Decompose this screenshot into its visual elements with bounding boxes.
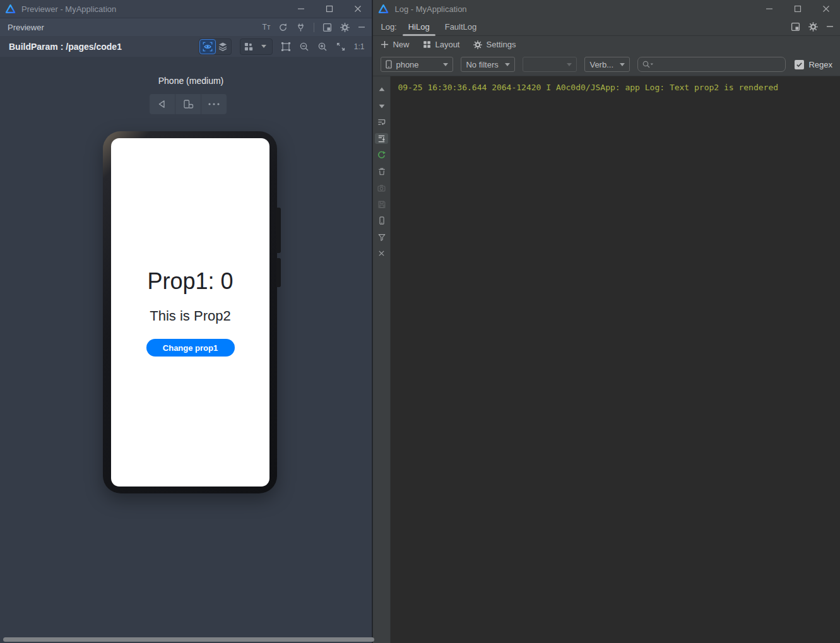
- regex-toggle[interactable]: Regex: [795, 60, 832, 69]
- zoom-in-icon[interactable]: [317, 42, 328, 52]
- layout-button[interactable]: Layout: [423, 40, 459, 49]
- minimize-button[interactable]: [755, 0, 783, 18]
- device-icon: [377, 216, 386, 225]
- selection-frame-icon[interactable]: [281, 42, 291, 52]
- maximize-icon: [326, 5, 333, 13]
- panel-layout-icon[interactable]: [791, 22, 800, 32]
- close-button[interactable]: [812, 0, 840, 18]
- refresh-icon[interactable]: [278, 23, 288, 32]
- trash-icon: [377, 167, 386, 176]
- rotate-device-button[interactable]: [175, 94, 201, 114]
- rotate-device-icon: [182, 99, 194, 109]
- deveco-logo-icon: [378, 4, 389, 15]
- zoom-ratio-button[interactable]: 1:1: [354, 42, 365, 51]
- ellipsis-icon: [208, 103, 220, 105]
- tab-faultlog[interactable]: FaultLog: [445, 22, 477, 32]
- close-icon: [377, 249, 386, 257]
- soft-wrap-icon: [377, 117, 386, 127]
- close-icon: [354, 5, 362, 13]
- search-icon: [642, 60, 654, 69]
- gear-icon: [473, 40, 482, 49]
- tab-hilog[interactable]: HiLog: [408, 22, 430, 32]
- log-action-bar: New Layout: [373, 36, 840, 53]
- deveco-logo-icon: [5, 4, 16, 15]
- log-section-label: Log:: [381, 22, 396, 32]
- hide-panel-icon[interactable]: [826, 23, 834, 30]
- soft-wrap-button[interactable]: [375, 117, 388, 127]
- chevron-down-icon: [567, 63, 572, 66]
- settings-label: Settings: [486, 40, 516, 49]
- component-view-group: [240, 38, 273, 55]
- build-param-label: BuildParam : /pages/code1: [9, 42, 122, 52]
- more-options-button[interactable]: [201, 94, 227, 114]
- triangle-down-icon: [377, 102, 386, 110]
- chevron-down-icon: [443, 63, 448, 66]
- device-profile-label: Phone (medium): [0, 76, 382, 86]
- restart-icon: [377, 150, 386, 160]
- new-tab-button[interactable]: New: [381, 40, 409, 49]
- inspect-mode-button[interactable]: [200, 40, 215, 54]
- device-controls: [150, 94, 227, 114]
- panel-layout-icon[interactable]: [322, 23, 332, 32]
- horizontal-scrollbar[interactable]: [3, 637, 374, 642]
- change-prop1-button[interactable]: Change prop1: [146, 339, 235, 357]
- restart-session-button[interactable]: [375, 150, 388, 160]
- check-icon: [796, 61, 803, 68]
- fit-to-screen-icon[interactable]: [336, 42, 346, 52]
- level-select[interactable]: Verb...: [584, 57, 630, 72]
- close-icon: [822, 5, 830, 13]
- minimize-button[interactable]: [287, 0, 315, 18]
- maximize-button[interactable]: [315, 0, 343, 18]
- chevron-down-icon: [261, 45, 266, 48]
- component-dropdown-button[interactable]: [256, 40, 271, 54]
- tab-previewer[interactable]: Previewer: [8, 23, 44, 32]
- log-tab-bar: Log: HiLog FaultLog: [373, 18, 840, 36]
- rotate-back-button[interactable]: [150, 94, 175, 114]
- desktop: Previewer - MyApplication Previewer Tт: [0, 0, 840, 643]
- scroll-to-end-button[interactable]: [375, 133, 388, 144]
- regex-label: Regex: [808, 60, 832, 69]
- device-select[interactable]: phone: [381, 57, 453, 72]
- chevron-down-icon: [620, 63, 625, 66]
- close-log-button[interactable]: [375, 248, 388, 259]
- log-side-toolbar: [373, 76, 391, 643]
- device-select-value: phone: [396, 60, 418, 69]
- phone-mockup: Prop1: 0 This is Prop2 Change prop1: [103, 131, 277, 493]
- window-title: Previewer - MyApplication: [21, 4, 116, 14]
- prop1-text: Prop1: 0: [147, 268, 233, 295]
- window-controls: [755, 0, 840, 18]
- regex-checkbox[interactable]: [795, 60, 804, 69]
- hide-panel-icon[interactable]: [358, 23, 365, 31]
- view-mode-group: [199, 38, 232, 55]
- gear-icon[interactable]: [808, 22, 818, 32]
- filters-select[interactable]: No filters: [461, 57, 515, 72]
- clear-log-button[interactable]: [375, 166, 388, 177]
- filter-log-button[interactable]: [375, 232, 388, 242]
- window-controls: [287, 0, 372, 18]
- gear-icon[interactable]: [340, 23, 350, 32]
- layout-grid-icon: [423, 40, 431, 49]
- toolbar-separator: [314, 23, 314, 32]
- minimize-icon: [766, 5, 773, 13]
- settings-button[interactable]: Settings: [473, 40, 516, 49]
- scroll-down-button[interactable]: [375, 100, 388, 111]
- close-button[interactable]: [343, 0, 372, 18]
- maximize-button[interactable]: [783, 0, 812, 18]
- log-titlebar: Log - MyApplication: [373, 0, 840, 18]
- process-select[interactable]: [523, 57, 577, 72]
- device-view-button[interactable]: [375, 215, 388, 226]
- phone-icon: [386, 60, 392, 69]
- plug-icon[interactable]: [296, 23, 305, 32]
- zoom-out-icon[interactable]: [299, 42, 309, 52]
- log-entry: 09-25 16:30:36.644 2064-12420 I A0c0d0/J…: [398, 82, 837, 93]
- previewer-titlebar: Previewer - MyApplication: [0, 0, 372, 18]
- save-log-button[interactable]: [375, 199, 388, 209]
- log-search[interactable]: [637, 57, 786, 72]
- font-size-icon[interactable]: Tт: [263, 23, 271, 32]
- screenshot-button[interactable]: [375, 182, 388, 193]
- camera-icon: [377, 184, 386, 192]
- component-grid-button[interactable]: [241, 40, 256, 54]
- layers-mode-button[interactable]: [215, 40, 230, 54]
- log-output[interactable]: 09-25 16:30:36.644 2064-12420 I A0c0d0/J…: [391, 76, 840, 643]
- search-input[interactable]: [654, 59, 781, 70]
